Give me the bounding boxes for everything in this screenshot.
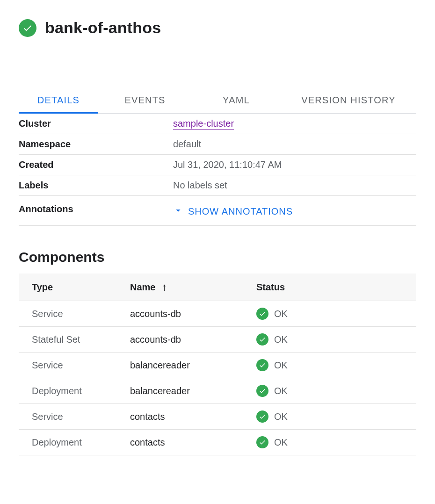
status-text: OK <box>274 386 288 396</box>
component-type: Service <box>19 404 117 430</box>
components-table: Type Name ↑ Status Serviceaccounts-dbOKS… <box>19 274 416 455</box>
detail-value: default <box>173 139 416 150</box>
detail-label: Cluster <box>19 118 173 129</box>
component-status: OK <box>243 430 416 455</box>
detail-value: Jul 31, 2020, 11:10:47 AM <box>173 159 416 170</box>
column-header-status[interactable]: Status <box>243 274 416 301</box>
status-ok-icon <box>256 385 268 397</box>
status-text: OK <box>274 334 288 345</box>
details-panel: Cluster sample-cluster Namespace default… <box>19 114 416 226</box>
status-ok-icon <box>256 333 268 346</box>
detail-value: No labels set <box>173 180 416 191</box>
component-name: accounts-db <box>117 327 243 353</box>
table-row[interactable]: Stateful Setaccounts-dbOK <box>19 327 416 353</box>
sort-ascending-icon: ↑ <box>162 281 167 293</box>
page-title: bank-of-anthos <box>45 19 161 37</box>
show-annotations-label: SHOW ANNOTATIONS <box>188 206 293 217</box>
component-status: OK <box>243 404 416 430</box>
show-annotations-toggle[interactable]: SHOW ANNOTATIONS <box>173 205 293 217</box>
column-header-type[interactable]: Type <box>19 274 117 301</box>
component-name: contacts <box>117 430 243 455</box>
detail-label: Namespace <box>19 139 173 150</box>
component-type: Deployment <box>19 378 117 404</box>
detail-row-created: Created Jul 31, 2020, 11:10:47 AM <box>19 155 416 175</box>
status-ok-icon <box>19 19 36 37</box>
component-status: OK <box>243 378 416 404</box>
status-ok-icon <box>256 410 268 423</box>
status-ok-icon <box>256 436 268 448</box>
detail-label: Annotations <box>19 204 173 215</box>
page-header: bank-of-anthos <box>19 19 416 37</box>
component-name: contacts <box>117 404 243 430</box>
component-type: Service <box>19 353 117 378</box>
component-status: OK <box>243 353 416 378</box>
chevron-down-icon <box>173 205 183 217</box>
tab-events[interactable]: EVENTS <box>98 88 192 113</box>
detail-row-annotations: Annotations SHOW ANNOTATIONS <box>19 196 416 226</box>
table-row[interactable]: ServicebalancereaderOK <box>19 353 416 378</box>
detail-row-cluster: Cluster sample-cluster <box>19 114 416 134</box>
table-row[interactable]: DeploymentcontactsOK <box>19 430 416 455</box>
component-status: OK <box>243 301 416 327</box>
detail-row-namespace: Namespace default <box>19 134 416 155</box>
component-name: accounts-db <box>117 301 243 327</box>
detail-row-labels: Labels No labels set <box>19 175 416 196</box>
tab-details[interactable]: DETAILS <box>19 88 98 114</box>
status-text: OK <box>274 437 288 448</box>
component-type: Service <box>19 301 117 327</box>
tab-version-history[interactable]: VERSION HISTORY <box>281 88 416 113</box>
component-type: Stateful Set <box>19 327 117 353</box>
cluster-link[interactable]: sample-cluster <box>173 118 234 130</box>
component-name: balancereader <box>117 378 243 404</box>
detail-label: Labels <box>19 180 173 191</box>
table-row[interactable]: DeploymentbalancereaderOK <box>19 378 416 404</box>
status-text: OK <box>274 411 288 422</box>
components-heading: Components <box>19 249 416 265</box>
component-name: balancereader <box>117 353 243 378</box>
status-text: OK <box>274 309 288 319</box>
status-ok-icon <box>256 359 268 371</box>
detail-label: Created <box>19 159 173 170</box>
table-row[interactable]: Serviceaccounts-dbOK <box>19 301 416 327</box>
component-type: Deployment <box>19 430 117 455</box>
status-text: OK <box>274 360 288 371</box>
table-row[interactable]: ServicecontactsOK <box>19 404 416 430</box>
status-ok-icon <box>256 308 268 320</box>
tab-bar: DETAILS EVENTS YAML VERSION HISTORY <box>19 88 416 114</box>
component-status: OK <box>243 327 416 353</box>
tab-yaml[interactable]: YAML <box>192 88 281 113</box>
column-header-name[interactable]: Name ↑ <box>117 274 243 301</box>
